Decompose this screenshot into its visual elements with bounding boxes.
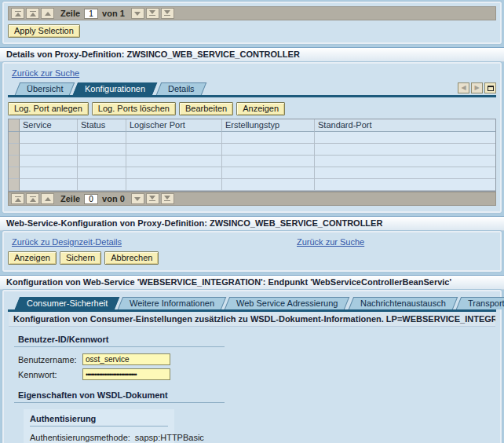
edit-button[interactable]: Bearbeiten [179,102,233,115]
detach-window-button[interactable] [484,82,496,93]
tab-consumer-sicherheit[interactable]: Consumer-Sicherheit [15,297,120,309]
delete-log-ports-button[interactable]: Log. Ports löschen [92,102,176,115]
table-header-row: Service Status Logischer Port Erstellung… [9,119,495,132]
table-row[interactable] [9,144,495,156]
proxy-details-tabstrip: Übersicht Konfigurationen Details ◀ ▶ [8,82,496,97]
selection-panel: Zeile von 1 Apply Selection [2,2,502,44]
page: Zeile von 1 Apply Selection Details von … [0,0,504,443]
pager-row-label: Zeile [60,194,80,203]
page-down-button[interactable] [146,8,159,19]
tab-scroll-left-icon: ◀ [461,85,466,91]
last-row-button[interactable] [161,193,174,204]
authentication-heading: Authentisierung [30,414,168,423]
page-up-icon [30,11,36,12]
designtime-details-link[interactable]: Zurück zu Designzeit-Details [12,237,122,247]
first-row-button[interactable] [11,193,24,204]
page-down-icon [149,10,155,14]
ws-config-panel: Zurück zu Designzeit-Details Zurück zur … [2,231,502,272]
first-row-button[interactable] [11,8,24,19]
pager-row-label: Zeile [60,9,80,18]
row-down-button[interactable] [131,193,144,204]
column-standard-port[interactable]: Standard-Port [315,119,495,132]
display-button[interactable]: Anzeigen [236,102,285,115]
row-down-icon [134,12,141,16]
cancel-button[interactable]: Abbrechen [104,251,159,265]
row-down-icon [134,197,141,201]
page-up-button[interactable] [26,8,39,19]
table-pager: Zeile von 0 [8,192,496,206]
tab-web-service-adressierung[interactable]: Web Service Adressierung [225,297,350,309]
auth-method-value: sapsp:HTTPBasic [135,433,204,442]
selection-pager: Zeile von 1 [8,6,496,20]
consumer-settings-info: Konfiguration von Consumer-Einstellungen… [9,312,495,327]
row-select-cell[interactable] [9,179,20,191]
page-up-button[interactable] [26,193,39,204]
row-up-icon [45,197,51,201]
endpoint-tabstrip: Consumer-Sicherheit Weitere Informatione… [8,297,496,312]
last-row-button[interactable] [161,8,174,19]
tab-scroll-right-button[interactable]: ▶ [471,82,483,93]
select-all-cell[interactable] [9,119,20,132]
back-to-search-link[interactable]: Zurück zur Suche [12,68,79,78]
column-logischer-port[interactable]: Logischer Port [126,119,222,132]
table-row[interactable] [9,132,495,144]
page-down-button[interactable] [146,193,159,204]
consumer-security-content: Benutzer-ID/Kennwort Benutzername: Kennw… [8,327,496,443]
table-row[interactable] [9,167,495,179]
credentials-rule [14,346,225,347]
first-row-icon [15,11,21,12]
wsdl-properties-heading: Eigenschaften von WSDL-Dokument [14,390,490,400]
page-down-icon [149,196,155,200]
row-select-cell[interactable] [9,167,20,179]
tab-konfigurationen[interactable]: Konfigurationen [73,82,158,95]
tab-weitere-informationen[interactable]: Weitere Informationen [118,297,226,309]
wsdl-properties-box: Authentisierung Authentisierungsmethode:… [24,409,174,443]
tab-uebersicht[interactable]: Übersicht [15,82,75,95]
first-row-icon [15,196,21,197]
table-row[interactable] [9,156,495,167]
column-erstellungstyp[interactable]: Erstellungstyp [222,119,315,132]
row-up-button[interactable] [41,8,54,19]
endpoint-config-title: Konfiguration von Web-Service 'WEBSERVIC… [0,275,504,290]
table-row[interactable] [9,179,495,191]
endpoint-config-panel: Consumer-Sicherheit Weitere Informatione… [2,290,502,443]
tab-transporteinstellungen[interactable]: Transporteinstellungen [455,297,504,309]
username-label: Benutzername: [18,355,82,364]
pager-row-input[interactable] [84,194,98,204]
row-down-button[interactable] [131,8,144,19]
pager-of-label: von 1 [102,9,125,18]
row-up-icon [45,12,51,16]
username-field[interactable] [82,353,170,365]
tab-details[interactable]: Details [155,82,206,95]
detach-window-icon [488,86,494,91]
last-row-icon [164,10,170,14]
display-button[interactable]: Anzeigen [8,251,57,265]
tab-nachrichtenaustausch[interactable]: Nachrichtenaustausch [349,297,458,309]
proxy-details-title: Details von Proxy-Definition: ZWSINCO_WE… [0,47,504,62]
auth-method-label: Authentisierungsmethode: [30,433,130,442]
proxy-details-panel: Zurück zur Suche Übersicht Konfiguration… [2,62,502,213]
create-log-port-button[interactable]: Log. Port anlegen [8,102,89,115]
save-button[interactable]: Sichern [60,251,101,265]
row-select-cell[interactable] [9,156,20,167]
back-to-search-link[interactable]: Zurück zur Suche [297,237,364,247]
row-select-cell[interactable] [9,132,20,144]
tab-scroll-right-icon: ▶ [474,85,479,91]
ws-config-title: Web-Service-Konfiguration von Proxy-Defi… [0,216,504,231]
wsdl-properties-rule [14,402,225,403]
pager-of-label: von 0 [102,194,125,203]
password-label: Kennwort: [18,370,82,379]
credentials-heading: Benutzer-ID/Kennwort [14,335,490,344]
tab-scroll-left-button[interactable]: ◀ [458,82,469,93]
logical-ports-table: Service Status Logischer Port Erstellung… [8,119,496,192]
page-up-icon [30,196,36,197]
pager-row-input[interactable] [84,9,98,19]
column-service[interactable]: Service [20,119,78,132]
apply-selection-button[interactable]: Apply Selection [8,24,80,38]
last-row-icon [164,196,170,200]
column-status[interactable]: Status [78,119,126,132]
password-field[interactable] [82,368,170,380]
row-up-button[interactable] [41,193,54,204]
row-select-cell[interactable] [9,144,20,156]
